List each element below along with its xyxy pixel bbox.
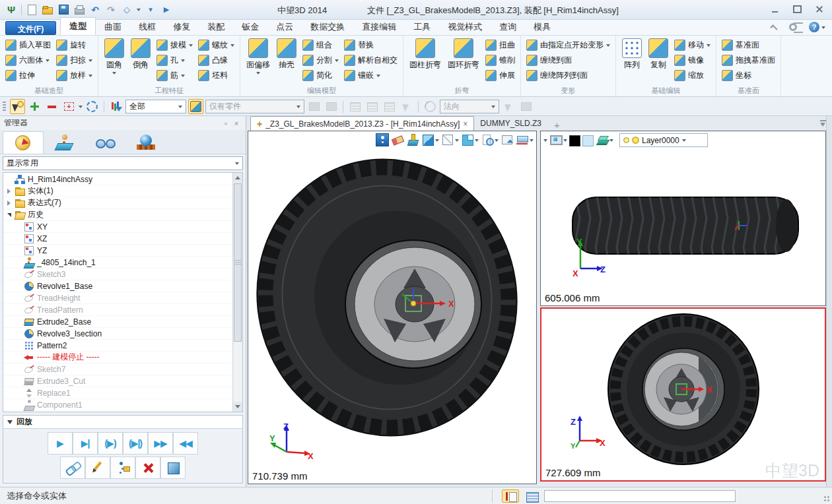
ribbon-button-mirror[interactable]: 镜像	[672, 53, 712, 68]
tree-item[interactable]: Extrude2_Base	[3, 316, 232, 328]
tree-item[interactable]: ----- 建模停止 -----	[3, 352, 232, 363]
chevron-down-icon[interactable]	[335, 59, 339, 64]
scroll-up-icon[interactable]	[233, 173, 242, 183]
selection-style-icon[interactable]: ◇	[121, 4, 133, 16]
ribbon-button-move[interactable]: 移动	[672, 38, 712, 53]
chevron-down-icon[interactable]	[88, 59, 92, 64]
chevron-down-icon[interactable]	[230, 44, 234, 49]
tab-钣金[interactable]: 钣金	[233, 18, 267, 35]
tab-点云[interactable]: 点云	[267, 18, 302, 35]
cancel-button[interactable]	[135, 457, 160, 479]
help-caret-icon[interactable]	[821, 26, 825, 31]
cursor-icon[interactable]	[501, 99, 516, 114]
tree-item[interactable]: Replace1	[3, 387, 232, 399]
ribbon-button-wrap-face[interactable]: 缠绕到面	[524, 53, 612, 68]
ribbon-button-torus-bend[interactable]: 圆环折弯	[445, 38, 482, 71]
erase-icon[interactable]	[391, 133, 404, 146]
tree-item[interactable]: H_Rim14inchAssy	[3, 173, 232, 185]
ribbon-button-copy[interactable]: 复制	[646, 38, 671, 71]
tree-expander-icon[interactable]	[6, 189, 12, 194]
tree-item[interactable]: Sketch3	[3, 268, 232, 280]
background-color-icon[interactable]	[569, 135, 580, 146]
close-button[interactable]	[811, 3, 828, 15]
fast-forward-button[interactable]: ▶▶	[148, 432, 173, 455]
ribbon-button-scale[interactable]: 缩放	[672, 68, 712, 83]
minimize-button[interactable]	[766, 3, 783, 15]
new-file-icon[interactable]	[26, 4, 38, 16]
more-options-icon[interactable]	[543, 139, 547, 144]
ribbon-button-resolve-selfx[interactable]: 解析自相交	[342, 53, 399, 68]
pulldown-icon[interactable]: ▾	[145, 4, 156, 16]
chevron-down-icon[interactable]	[376, 75, 380, 79]
stop-button[interactable]	[160, 457, 186, 479]
shaded-display-icon[interactable]	[421, 133, 434, 146]
status-input[interactable]	[544, 490, 736, 502]
document-tab-active[interactable]: + _Z3_GL_BrakesModelB_2013.Z3 - [H_Rim14…	[250, 116, 474, 131]
color-filter-icon[interactable]	[108, 99, 123, 114]
chevron-down-icon[interactable]	[435, 139, 439, 144]
toolbar-grip[interactable]	[3, 102, 6, 112]
save-icon[interactable]	[57, 4, 69, 16]
manager-restore-icon[interactable]: ▫	[221, 119, 231, 128]
resize-grip[interactable]	[823, 495, 830, 502]
toolbox-toggle-icon[interactable]	[502, 489, 519, 503]
tab-assembly-manager[interactable]	[44, 131, 85, 154]
tab-装配[interactable]: 装配	[199, 18, 233, 35]
orient-icon[interactable]	[423, 99, 438, 114]
restore-button[interactable]	[788, 3, 806, 15]
tree-item[interactable]: Pattern2	[3, 340, 232, 352]
display-mode-icon[interactable]	[549, 134, 563, 147]
tab-模具[interactable]: 模具	[525, 18, 559, 35]
file-menu-button[interactable]: 文件(F)	[5, 21, 56, 35]
tree-item[interactable]: TreadPattern	[3, 304, 232, 316]
anchor-component-icon[interactable]	[406, 133, 419, 146]
chain-pick-icon[interactable]	[306, 99, 322, 114]
zw3d-pick-icon[interactable]	[188, 99, 203, 114]
chevron-down-icon[interactable]	[181, 59, 185, 64]
ribbon-button-box[interactable]: 六面体	[3, 53, 53, 68]
rewind-button[interactable]: ◀◀	[173, 432, 198, 455]
tree-item[interactable]: 实体(1)	[3, 185, 232, 197]
chevron-down-icon[interactable]	[563, 139, 567, 144]
auto-run-button[interactable]	[110, 457, 135, 479]
ribbon-button-lip[interactable]: 凸缘	[196, 53, 236, 68]
ribbon-button-pattern[interactable]: 阵列	[619, 38, 644, 71]
top-right-viewport[interactable]: Layer0000 Y	[540, 131, 826, 306]
ribbon-button-simplify[interactable]: 简化	[300, 68, 341, 83]
chevron-down-icon[interactable]	[137, 9, 141, 13]
collapse-ribbon-icon[interactable]	[770, 24, 777, 32]
manager-filter-select[interactable]: 显示常用	[3, 156, 243, 170]
bottom-right-viewport[interactable]: X Z X Y 中望3D 727.609 mm	[540, 307, 826, 482]
pick-cursor-icon[interactable]	[399, 99, 414, 114]
view-standard-icon[interactable]	[461, 133, 474, 146]
main-viewport[interactable]: X Z X Y 710.739 mm	[248, 131, 537, 484]
ribbon-button-sweep[interactable]: 扫掠	[54, 53, 94, 68]
print-icon[interactable]	[73, 4, 85, 16]
ribbon-button-face-offset[interactable]: 面偏移	[244, 38, 273, 77]
tab-查询[interactable]: 查询	[491, 18, 525, 35]
chevron-down-icon[interactable]	[181, 75, 185, 79]
ribbon-button-thread[interactable]: 螺纹	[196, 38, 236, 53]
tree-item[interactable]: XZ	[3, 233, 232, 245]
tree-item[interactable]: _4805_14inch_1	[3, 257, 232, 268]
ribbon-button-wrap-array[interactable]: 缠绕阵列到面	[524, 68, 612, 83]
select-highlight-icon[interactable]	[10, 99, 25, 114]
chevron-down-icon[interactable]	[46, 59, 50, 64]
ribbon-button-twist[interactable]: 扭曲	[483, 38, 517, 53]
ribbon-button-stock[interactable]: 坯料	[196, 68, 236, 83]
tree-item[interactable]: Component1	[3, 399, 232, 411]
tree-item[interactable]: Extrude3_Cut	[3, 375, 232, 387]
chevron-down-icon[interactable]	[707, 44, 711, 49]
output-list-icon[interactable]	[523, 489, 540, 503]
ribbon-button-fillet[interactable]: 圆角	[102, 38, 127, 77]
chevron-down-icon[interactable]	[88, 75, 92, 79]
tab-history-manager[interactable]	[3, 131, 44, 154]
ribbon-button-revolve[interactable]: 旋转	[54, 38, 94, 53]
tree-item[interactable]: XY	[3, 221, 232, 233]
tab-visual-manager[interactable]	[85, 131, 125, 154]
tree-expander-icon[interactable]	[6, 201, 12, 206]
ribbon-button-extrude[interactable]: 拉伸	[3, 68, 53, 83]
tree-scrollbar[interactable]	[232, 173, 242, 412]
chevron-down-icon[interactable]	[189, 44, 193, 49]
ribbon-button-combine[interactable]: 组合	[300, 38, 341, 53]
